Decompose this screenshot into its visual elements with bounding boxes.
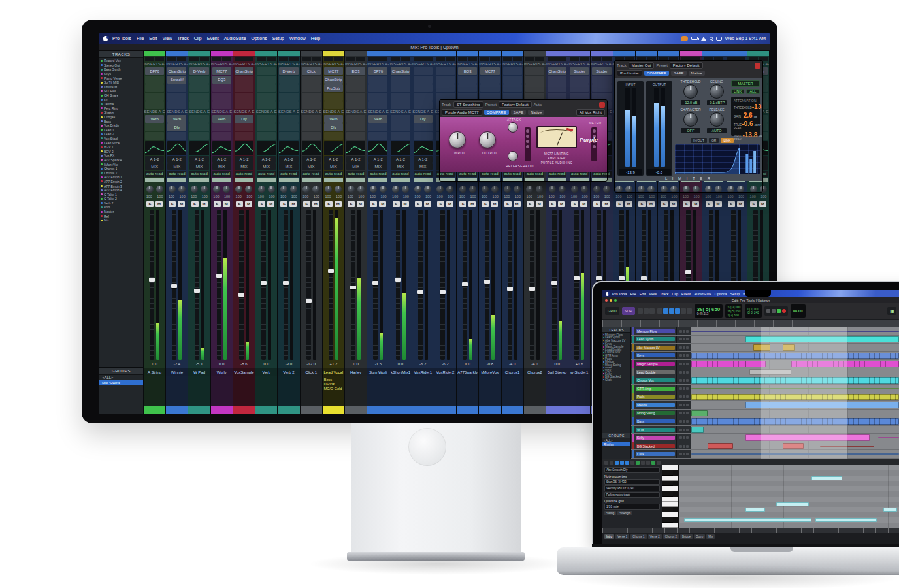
pan-knob-left[interactable] (169, 186, 176, 193)
track-list-item[interactable]: Lead 2 (101, 132, 142, 137)
pan-knob-left[interactable] (482, 186, 489, 193)
insert-slot[interactable] (302, 76, 321, 84)
insert-slot[interactable] (212, 101, 231, 109)
group-assignment-bar[interactable] (368, 178, 387, 182)
send-slot[interactable] (167, 132, 186, 140)
insert-slot[interactable] (368, 93, 387, 101)
fader-cap[interactable] (283, 281, 289, 285)
group-assignment-bar[interactable] (279, 178, 298, 182)
insert-slot[interactable]: BF76 (145, 67, 164, 75)
edit-mode-grid[interactable]: GRID (605, 307, 619, 315)
comments-area[interactable] (546, 376, 568, 406)
group-assignment-bar[interactable] (235, 178, 253, 182)
strip-io-buttons[interactable] (211, 56, 233, 62)
midi-note[interactable] (745, 508, 765, 512)
solo-button[interactable]: S (527, 201, 534, 207)
track-mini-controls[interactable] (677, 368, 691, 376)
pan-knobs[interactable] (166, 183, 188, 195)
eq-curve-thumbnail[interactable] (167, 141, 186, 155)
pan-knobs[interactable] (568, 183, 590, 195)
edit-track-name[interactable]: Magic Sample (636, 362, 675, 366)
pan-knob-left[interactable] (571, 186, 578, 193)
solo-button[interactable]: S (303, 201, 310, 207)
track-list-item[interactable]: BGV 2 (101, 149, 142, 154)
insert-slot[interactable] (391, 84, 410, 92)
edit-track-name[interactable]: BG Stacked (636, 444, 675, 448)
track-name-plate[interactable]: Winnie (166, 368, 188, 376)
pan-knob-right[interactable] (268, 186, 275, 193)
edit-track-header[interactable]: Magic Sample (631, 360, 677, 368)
solo-button[interactable]: S (728, 201, 735, 207)
fader-cap[interactable] (462, 282, 468, 286)
solo-button[interactable]: S (616, 201, 623, 207)
insert-slot[interactable] (145, 76, 164, 84)
automation-mode[interactable]: auto read (346, 171, 365, 177)
audio-clip[interactable] (691, 427, 704, 433)
limiter-preset-selector[interactable]: Factory Default (670, 62, 703, 69)
send-slot[interactable] (257, 123, 276, 131)
comments-area[interactable] (345, 376, 367, 406)
fader-cap[interactable] (574, 276, 580, 280)
strip-io-buttons[interactable] (502, 56, 523, 62)
pan-knobs[interactable] (591, 183, 612, 195)
solo-button[interactable]: S (593, 201, 600, 207)
automation-mode[interactable]: auto read (212, 171, 231, 177)
menu-clip[interactable]: Clip (672, 292, 678, 296)
insert-slot[interactable] (525, 84, 544, 92)
piano-white-key[interactable] (662, 512, 678, 517)
insert-slot[interactable] (257, 93, 276, 101)
clip-lane[interactable] (691, 344, 899, 351)
audio-clip[interactable] (783, 344, 795, 351)
insert-slot[interactable] (414, 84, 433, 92)
track-list-item[interactable]: Perc Ring (101, 106, 142, 111)
edit-track-name[interactable]: Bass (636, 419, 675, 423)
pan-knob-right[interactable] (603, 186, 610, 193)
insert-slot[interactable] (414, 76, 433, 84)
track-list-item[interactable]: Congas (101, 115, 142, 120)
track-list-item[interactable]: A77 Emph 4 (101, 188, 142, 193)
mute-button[interactable]: M (468, 201, 476, 207)
fader-cap[interactable] (350, 286, 356, 289)
wifi-icon[interactable] (701, 37, 706, 41)
edit-track-name[interactable]: Mellow (636, 403, 675, 407)
output-path-selector[interactable]: MIX (346, 163, 365, 170)
volume-fader[interactable] (261, 210, 266, 360)
fader-cap[interactable] (596, 276, 602, 280)
strip-io-buttons[interactable] (255, 56, 277, 62)
pan-knob-left[interactable] (370, 186, 377, 193)
limiter-native-button[interactable]: Native (689, 71, 705, 76)
pan-knobs[interactable] (188, 183, 210, 195)
insert-slot[interactable]: ProSub (324, 84, 343, 92)
pan-knob-right[interactable] (424, 186, 431, 193)
mc77-compare-button[interactable]: COMPARE (484, 110, 509, 115)
solo-button[interactable]: S (750, 201, 757, 207)
edit-track-list-item[interactable]: Click (603, 378, 630, 382)
send-slot[interactable] (189, 115, 208, 123)
mute-button[interactable]: M (446, 201, 453, 207)
solo-button[interactable]: S (661, 201, 668, 207)
limiter-compare-button[interactable]: COMPARE (644, 71, 669, 76)
insert-slot[interactable] (525, 67, 544, 75)
pan-knob-left[interactable] (191, 186, 198, 193)
pan-knob-right[interactable] (446, 186, 453, 193)
edit-track-header[interactable]: Kelly (631, 434, 677, 442)
eq-curve-thumbnail[interactable] (235, 141, 253, 155)
strip-io-buttons[interactable] (479, 56, 500, 62)
eq-curve-thumbnail[interactable] (302, 141, 321, 155)
output-path-selector[interactable]: MIX (391, 163, 410, 170)
eq-curve-thumbnail[interactable] (189, 141, 208, 155)
insert-slot[interactable] (257, 84, 276, 92)
mute-button[interactable]: M (692, 201, 699, 207)
insert-slot[interactable] (324, 93, 343, 101)
pan-knob-right[interactable] (156, 186, 163, 193)
insert-slot[interactable] (458, 76, 477, 84)
edit-track-name[interactable]: Abe Maccas LV (636, 346, 675, 350)
insert-slot[interactable] (368, 84, 387, 92)
comments-area[interactable] (144, 376, 165, 406)
track-list-item[interactable]: Verb 2 (101, 201, 142, 206)
mc77-plugin-selector[interactable]: Purple Audio MC77 (442, 109, 482, 116)
solo-button[interactable]: S (236, 201, 243, 207)
mute-button[interactable]: M (289, 201, 297, 207)
mute-button[interactable]: M (602, 201, 610, 207)
clip-lane[interactable] (691, 368, 899, 376)
